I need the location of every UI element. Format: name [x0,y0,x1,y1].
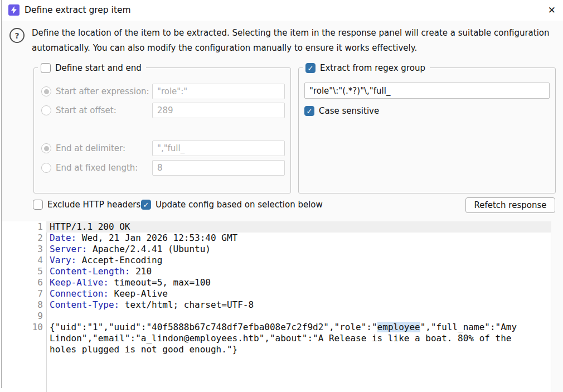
line-number: 5 [2,266,46,277]
refetch-response-button[interactable]: Refetch response [465,197,555,213]
response-line: 4Vary: Accept-Encoding [2,255,551,266]
response-line: 1HTTP/1.1 200 OK [2,221,551,233]
line-number: 7 [2,288,46,299]
help-description: Define the location of the item to be ex… [32,26,562,56]
line-number: 10 [2,322,46,355]
regex-pattern-input[interactable] [304,83,550,99]
response-line: 7Connection: Keep-Alive [2,288,551,299]
response-text: Connection: [50,288,109,299]
line-number: 9 [2,311,46,322]
response-text: Content-Length: [50,266,130,277]
exclude-http-headers-label: Exclude HTTP headers [47,200,140,210]
dialog-title: Define extract grep item [25,5,131,15]
response-line: 10{"uid":"1","uuid":"40f5888b67c748df7ef… [2,322,551,355]
end-at-fixed-length-radio [41,163,51,173]
response-text: {"uid":"1","uuid":"40f5888b67c748df7efba… [50,322,377,332]
end-at-delimiter-input [152,141,285,156]
line-number: 3 [2,244,46,255]
row-update-config: ✓ Update config based on selection below [141,200,323,210]
selected-text: employee [377,322,420,332]
row-exclude-http-headers: Exclude HTTP headers [33,200,140,210]
end-at-delimiter-label: End at delimiter: [56,143,125,153]
response-line: 3Server: Apache/2.4.41 (Ubuntu) [2,244,551,255]
exclude-http-headers-checkbox[interactable] [33,200,43,210]
group-define-start-end: Define start and end Start after express… [33,67,291,193]
case-sensitive-checkbox[interactable]: ✓ [304,106,314,116]
response-line: 9 [2,311,551,322]
group-define-start-end-legend: Define start and end [38,61,146,75]
start-after-expression-radio [41,86,51,96]
response-text: HTTP/1.1 200 OK [50,221,130,232]
response-scrollbar[interactable] [551,221,563,392]
help-icon: ? [9,28,25,43]
response-line: 8Content-Type: text/html; charset=UTF-8 [2,299,551,311]
line-number: 2 [2,233,46,244]
line-number: 1 [2,221,46,233]
response-lines[interactable]: 1HTTP/1.1 200 OK2Date: Wed, 21 Jan 2026 … [2,221,551,355]
define-start-end-checkbox[interactable] [41,63,51,73]
response-text: Keep-Alive [109,288,168,299]
row-end-at-delimiter: End at delimiter: [41,143,125,153]
response-text: Date: [50,233,76,243]
response-text: Wed, 21 Jan 2026 12:53:40 GMT [76,233,237,243]
response-text: Server: [50,244,87,254]
end-at-delimiter-radio [41,143,51,153]
extract-regex-checkbox[interactable]: ✓ [305,63,316,73]
close-icon[interactable]: ✕ [548,4,556,16]
start-at-offset-input [152,103,285,118]
group-extract-regex-legend: ✓ Extract from regex group [303,61,430,75]
group-title: Extract from regex group [320,63,425,73]
start-at-offset-radio [41,105,51,115]
dialog-titlebar: Define extract grep item ✕ [2,0,563,21]
response-text: Accept-Encoding [76,255,162,265]
row-start-after-expression: Start after expression: [41,86,149,96]
line-number: 6 [2,277,46,288]
case-sensitive-label: Case sensitive [319,106,379,116]
start-after-expression-label: Start after expression: [56,86,149,96]
end-at-fixed-length-input [152,160,285,176]
group-title: Define start and end [55,63,142,73]
line-number: 4 [2,255,46,266]
response-text: Apache/2.4.41 (Ubuntu) [87,244,211,254]
start-at-offset-label: Start at offset: [56,105,117,115]
row-start-at-offset: Start at offset: [41,105,117,115]
lightning-bolt-icon [8,4,20,16]
update-config-label: Update config based on selection below [156,200,323,210]
row-case-sensitive: ✓ Case sensitive [304,106,379,116]
response-text: Vary: [50,255,76,265]
response-text: Keep-Alive: [50,277,109,288]
response-text: timeout=5, max=100 [109,277,211,288]
row-end-at-fixed-length: End at fixed length: [41,163,138,173]
group-extract-regex: ✓ Extract from regex group ✓ Case sensit… [298,67,556,193]
response-text: Content-Type: [50,299,119,310]
line-number: 8 [2,299,46,311]
start-after-expression-input [152,84,285,99]
response-line: 5Content-Length: 210 [2,266,551,277]
end-at-fixed-length-label: End at fixed length: [56,163,138,173]
response-line: 6Keep-Alive: timeout=5, max=100 [2,277,551,288]
response-line: 2Date: Wed, 21 Jan 2026 12:53:40 GMT [2,233,551,244]
update-config-checkbox[interactable]: ✓ [141,200,151,210]
response-text: text/html; charset=UTF-8 [119,299,254,310]
response-text: 210 [130,266,152,277]
